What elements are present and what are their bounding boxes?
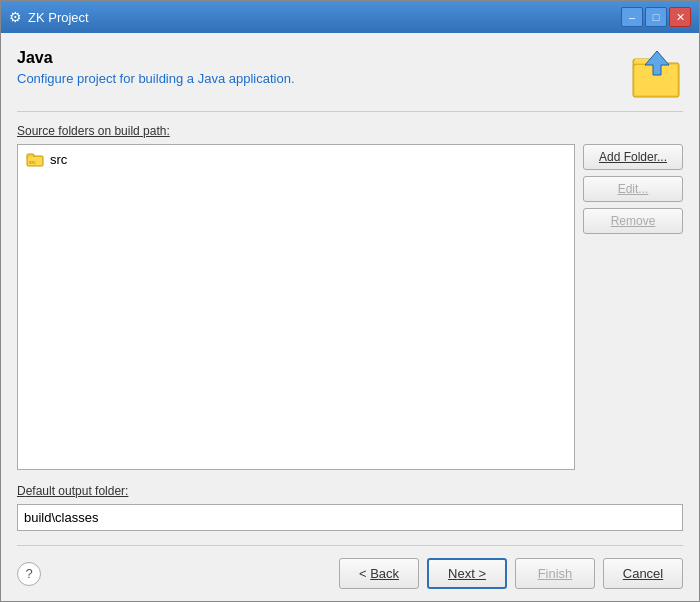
help-button[interactable]: ?: [17, 562, 41, 586]
footer-buttons: < Back Next > Finish Cancel: [339, 558, 683, 589]
title-bar: ⚙ ZK Project – □ ✕: [1, 1, 699, 33]
footer: ? < Back Next > Finish Cancel: [17, 545, 683, 589]
back-label: ack: [379, 566, 399, 581]
output-label-underline: D: [17, 484, 26, 498]
finish-button[interactable]: Finish: [515, 558, 595, 589]
output-section: Default output folder:: [17, 484, 683, 531]
next-button[interactable]: Next >: [427, 558, 507, 589]
back-underline: B: [370, 566, 379, 581]
add-folder-underline: A: [599, 150, 607, 164]
add-folder-button[interactable]: Add Folder...: [583, 144, 683, 170]
edit-label: dit...: [626, 182, 649, 196]
source-item-name: src: [50, 152, 67, 167]
next-label: ext >: [457, 566, 486, 581]
remove-label: emove: [619, 214, 655, 228]
close-button[interactable]: ✕: [669, 7, 691, 27]
src-folder-icon: src: [26, 153, 44, 167]
source-label-underline: S: [17, 124, 25, 138]
finish-label: inish: [546, 566, 573, 581]
header-section: Java Configure project for building a Ja…: [17, 49, 683, 112]
footer-left: ?: [17, 562, 41, 586]
header-icon: [631, 49, 683, 101]
maximize-button[interactable]: □: [645, 7, 667, 27]
remove-underline: R: [611, 214, 620, 228]
page-description: Configure project for building a Java ap…: [17, 71, 295, 86]
side-buttons: Add Folder... Edit... Remove: [583, 144, 683, 470]
output-label-rest: efault output folder:: [26, 484, 129, 498]
cancel-label: Cancel: [623, 566, 663, 581]
cancel-button[interactable]: Cancel: [603, 558, 683, 589]
remove-button[interactable]: Remove: [583, 208, 683, 234]
list-item[interactable]: src src: [22, 149, 570, 170]
title-controls: – □ ✕: [621, 7, 691, 27]
page-title: Java: [17, 49, 295, 67]
finish-underline: F: [538, 566, 546, 581]
back-button[interactable]: < Back: [339, 558, 419, 589]
window-icon: ⚙: [9, 9, 22, 25]
source-list: src src: [17, 144, 575, 470]
edit-underline: E: [618, 182, 626, 196]
minimize-button[interactable]: –: [621, 7, 643, 27]
window-title: ZK Project: [28, 10, 89, 25]
header-text: Java Configure project for building a Ja…: [17, 49, 295, 86]
output-folder-input[interactable]: [17, 504, 683, 531]
source-label: Source folders on build path:: [17, 124, 683, 138]
svg-text:src: src: [29, 159, 36, 165]
output-label: Default output folder:: [17, 484, 683, 498]
main-content: Java Configure project for building a Ja…: [1, 33, 699, 601]
dialog-window: ⚙ ZK Project – □ ✕ Java Configure projec…: [0, 0, 700, 602]
next-underline: N: [448, 566, 457, 581]
add-folder-label: dd Folder...: [607, 150, 667, 164]
title-bar-left: ⚙ ZK Project: [9, 9, 89, 25]
source-label-rest: ource folders on build path:: [25, 124, 170, 138]
edit-button[interactable]: Edit...: [583, 176, 683, 202]
source-panel: src src Add Folder... Edit... Remove: [17, 144, 683, 470]
